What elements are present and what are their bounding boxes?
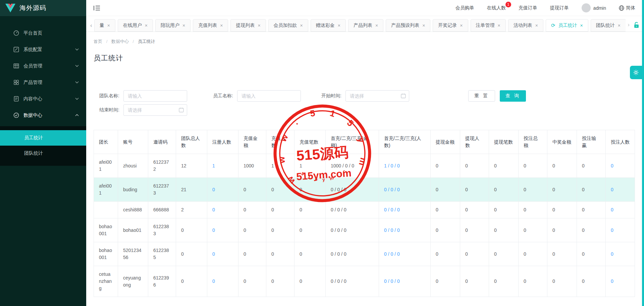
tab-label: 活动列表 (514, 22, 532, 29)
table-row[interactable]: bohao001 bohao01 6122383 0 0 0 0 0 0 / 0… (94, 218, 635, 242)
breadcrumb-separator: / (106, 39, 108, 44)
cell-account: zhousi (118, 154, 148, 178)
cell-bet-users[interactable]: 0 (606, 242, 635, 266)
sidebar-item-label: 数据中心 (23, 112, 42, 118)
tab[interactable]: ⟳ 产品列表 × (348, 19, 383, 32)
chevron-down-icon (75, 98, 79, 100)
sidebar-item-home[interactable]: 平台首页 (0, 25, 86, 41)
table-row[interactable]: ceshi888 666888 2 0 0 0 0 0 / 0 / 0 0 / … (94, 202, 635, 218)
sidebar-collapse-icon[interactable] (94, 5, 100, 11)
chevron-down-icon (75, 48, 79, 51)
topbar-member-orders[interactable]: 会员购单 (455, 5, 474, 11)
tab[interactable]: ⟳ 活动列表 × (508, 19, 543, 32)
cell-first-charge-users[interactable]: 1 / 0 / 0 (379, 154, 431, 178)
cell-withdraw-count: 0 (489, 242, 519, 266)
close-tab-icon[interactable]: × (618, 23, 621, 28)
cell-registered[interactable]: 0 (207, 218, 238, 242)
topbar-withdraw-orders[interactable]: 提现订单 (550, 5, 569, 11)
team-name-input[interactable] (123, 90, 187, 102)
cell-first-charge-users[interactable]: 0 / 0 / 0 (379, 218, 431, 242)
cell-recharge-users: 0 (266, 218, 294, 242)
column-header: 团队总人数 (176, 130, 207, 154)
tab[interactable]: ⟳ 量 × (94, 19, 115, 32)
table-row[interactable]: bohao001 520123456 6122385 0 0 0 0 0 0 /… (94, 242, 635, 266)
cell-first-charge-users[interactable]: 0 / 0 / 0 (379, 202, 431, 218)
cell-first-charge-users[interactable]: 0 / 0 / 0 (379, 178, 431, 202)
end-time-input[interactable] (123, 104, 187, 116)
close-tab-icon[interactable]: × (145, 23, 148, 28)
cell-registered[interactable]: 0 (207, 266, 238, 297)
table-row[interactable]: afei001 zhousi 6122372 12 1 1000 1 1 100… (94, 154, 635, 178)
sidebar-item-label: 平台首页 (23, 30, 42, 36)
sidebar-item-data-center[interactable]: 数据中心 (0, 107, 86, 123)
tab[interactable]: ⟳ 开奖记录 × (433, 19, 468, 32)
close-tab-icon[interactable]: × (220, 23, 223, 28)
sidebar-item-members[interactable]: 会员管理 (0, 58, 86, 74)
tab[interactable]: ⟳ 陪玩用户 × (155, 19, 191, 32)
close-tab-icon[interactable]: × (107, 23, 110, 28)
close-tab-icon[interactable]: × (535, 23, 538, 28)
user-menu[interactable]: admin (582, 3, 606, 12)
tab[interactable]: ⟳ 充值列表 × (193, 19, 228, 32)
close-tab-icon[interactable]: × (580, 23, 583, 28)
refresh-icon[interactable]: ⟳ (551, 22, 555, 29)
cell-bet-users[interactable]: 0 (606, 154, 635, 178)
settings-panel-button[interactable] (630, 66, 642, 79)
sidebar-item-system-config[interactable]: 系统配置 (0, 41, 86, 58)
close-tab-icon[interactable]: × (422, 23, 425, 28)
tab[interactable]: ⟳ 在线用户 × (118, 19, 153, 32)
topbar-online-count[interactable]: 在线人数 1 (487, 5, 506, 11)
end-time-label: 结束时间: (94, 107, 119, 113)
start-time-input[interactable] (345, 90, 409, 102)
cell-bet-total: 0 (519, 266, 547, 297)
sidebar-subitem-staff-stats[interactable]: 员工统计 (0, 130, 86, 146)
close-tab-icon[interactable]: × (498, 23, 500, 28)
cell-bet-users[interactable]: 0 (606, 178, 635, 202)
close-tab-icon[interactable]: × (182, 23, 185, 28)
language-switcher[interactable]: 简体 (619, 5, 635, 11)
breadcrumb-data-center[interactable]: 数据中心 (111, 39, 129, 44)
close-tab-icon[interactable]: × (460, 23, 463, 28)
tabs-scroll-left-icon[interactable]: ‹ (88, 22, 94, 32)
tab-label: 团队统计 (596, 22, 615, 29)
tab[interactable]: ⟳ 团队统计 × (591, 19, 626, 32)
cell-first-charge-users[interactable]: 0 / 0 / 0 (379, 242, 431, 266)
staff-name-input[interactable] (237, 90, 301, 102)
tab[interactable]: ⟳ 产品预设列表 × (386, 19, 430, 32)
cell-first-charge-users[interactable]: 0 / 0 / 0 (379, 266, 431, 297)
unlock-icon[interactable] (634, 22, 639, 28)
cell-registered[interactable]: 0 (207, 178, 238, 202)
tab[interactable]: ⟳ 员工统计 × (546, 19, 588, 32)
tabs-scroll-right-icon[interactable]: › (628, 21, 630, 28)
cell-bet-users[interactable]: 0 (606, 266, 635, 297)
gear-icon (633, 69, 639, 76)
column-header: 提现笔数 (489, 130, 519, 154)
brand-logo[interactable]: 海外源码 (0, 0, 86, 16)
breadcrumb-home[interactable]: 首页 (94, 39, 102, 44)
cell-recharge-amount: 0 (238, 266, 266, 297)
cell-registered[interactable]: 1 (207, 154, 238, 178)
sidebar-subitem-team-stats[interactable]: 团队统计 (0, 146, 86, 161)
tab[interactable]: ⟳ 提现列表 × (230, 19, 266, 32)
cell-registered[interactable]: 0 (207, 202, 238, 218)
close-tab-icon[interactable]: × (258, 23, 260, 28)
sidebar-item-content[interactable]: 内容中心 (0, 91, 86, 107)
cell-bet-users[interactable]: 0 (606, 218, 635, 242)
table-row[interactable]: afei001 buding 6122373 21 0 0 0 0 0 / 0 … (94, 178, 635, 202)
search-button[interactable]: 查 询 (500, 90, 526, 102)
close-tab-icon[interactable]: × (375, 23, 378, 28)
tab-label: 赠送彩金 (316, 22, 335, 29)
tab[interactable]: ⟳ 会员加扣款 × (268, 19, 308, 32)
cell-bet-users[interactable]: 0 (606, 202, 635, 218)
topbar: 会员购单 在线人数 1 充值订单 提现订单 admin 简体 (86, 0, 644, 16)
tab[interactable]: ⟳ 赠送彩金 × (311, 19, 346, 32)
close-tab-icon[interactable]: × (300, 23, 303, 28)
sidebar-item-products[interactable]: 产品管理 (0, 74, 86, 91)
reset-button[interactable]: 重 置 (468, 90, 495, 102)
topbar-recharge-orders[interactable]: 充值订单 (519, 5, 537, 11)
close-tab-icon[interactable]: × (338, 23, 340, 28)
tab[interactable]: ⟳ 注单管理 × (471, 19, 506, 32)
table-row[interactable]: cetuanzhang ceyuangong 6122396 0 0 0 0 0… (94, 266, 635, 297)
cell-registered[interactable]: 0 (207, 242, 238, 266)
cell-invite-code: 666888 (148, 202, 176, 218)
